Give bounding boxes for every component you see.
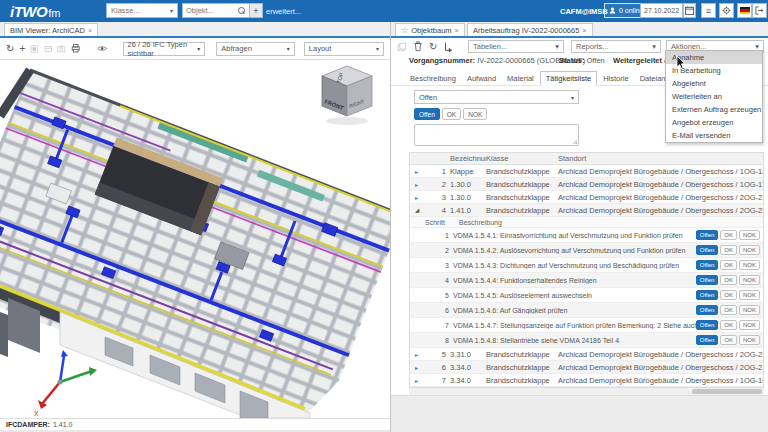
- step-3-ok-button[interactable]: OK: [720, 260, 737, 270]
- add-objekt-button[interactable]: +: [250, 3, 263, 18]
- close-icon[interactable]: ×: [455, 26, 459, 35]
- step-8-offen-button[interactable]: Offen: [696, 335, 719, 345]
- step-6-ok-button[interactable]: OK: [720, 305, 737, 315]
- delete-icon[interactable]: [413, 41, 423, 52]
- step-5-nok-button[interactable]: NOK: [739, 290, 760, 300]
- refresh-icon[interactable]: ↻: [429, 42, 437, 52]
- copy-icon[interactable]: [397, 42, 407, 52]
- reports-dropdown[interactable]: Reports...▾: [571, 40, 661, 53]
- table-row[interactable]: ◢41.41.0BrandschutzklappeArchicad Demopr…: [410, 204, 763, 217]
- main-menu-button[interactable]: ≡: [701, 3, 716, 18]
- settings-button[interactable]: [719, 3, 734, 18]
- step-8-nok-button[interactable]: NOK: [739, 335, 760, 345]
- add-icon[interactable]: +: [19, 44, 25, 54]
- step-2-ok-button[interactable]: OK: [720, 245, 737, 255]
- fit-view-icon[interactable]: [44, 44, 53, 54]
- table-row[interactable]: ▸1KlappeBrandschutzklappeArchicad Demopr…: [410, 165, 763, 178]
- detail-tab-historie[interactable]: Historie: [598, 72, 633, 85]
- state-offen-button[interactable]: Offen: [414, 108, 440, 120]
- table-horizontal-scrollbar[interactable]: [409, 388, 764, 395]
- step-6-offen-button[interactable]: Offen: [696, 305, 719, 315]
- step-4-offen-button[interactable]: Offen: [696, 275, 719, 285]
- snapshot-icon[interactable]: [57, 44, 66, 54]
- tab-arbeitsauftrag[interactable]: Arbeitsauftrag IV-2022-0000665 ×: [467, 23, 593, 36]
- klasse-dropdown[interactable]: Klasse... ▾: [106, 3, 178, 18]
- expand-arrow-icon[interactable]: ▸: [410, 194, 426, 201]
- step-2-nok-button[interactable]: NOK: [739, 245, 760, 255]
- tabellen-dropdown[interactable]: Tabellen...▾: [468, 40, 564, 53]
- layout-dropdown[interactable]: Layout▾: [304, 42, 384, 56]
- step-1-nok-button[interactable]: NOK: [739, 230, 760, 240]
- navigation-cube[interactable]: TOP FRONT RIGHT: [322, 66, 372, 125]
- detail-tab-beschreibung[interactable]: Beschreibung: [405, 72, 461, 85]
- tab-objektbaum[interactable]: ☆ Objektbaum ×: [395, 23, 465, 36]
- close-icon[interactable]: ×: [582, 26, 586, 35]
- tab-bim-viewer[interactable]: BIM Viewer: ArchiCAD ×: [4, 23, 98, 36]
- refresh-icon[interactable]: ↻: [6, 44, 14, 54]
- expand-arrow-icon[interactable]: ▸: [410, 168, 426, 175]
- step-5-ok-button[interactable]: OK: [720, 290, 737, 300]
- step-1-offen-button[interactable]: Offen: [696, 230, 719, 240]
- state-nok-button[interactable]: NOK: [463, 108, 487, 120]
- table-row[interactable]: ▸21.30.0BrandschutzklappeArchicad Demopr…: [410, 178, 763, 191]
- step-7-offen-button[interactable]: Offen: [696, 320, 719, 330]
- step-7-ok-button[interactable]: OK: [720, 320, 737, 330]
- workflow-icon[interactable]: [443, 42, 453, 52]
- step-row[interactable]: 1VDMA 1.5.4.1: Einrastvorrichtung auf Ve…: [410, 228, 763, 243]
- menu-item-weiterleiten-an[interactable]: Weiterleiten an: [666, 90, 762, 103]
- axis-gizmo: X: [34, 350, 97, 417]
- model-icon[interactable]: [30, 44, 39, 54]
- step-3-offen-button[interactable]: Offen: [696, 260, 719, 270]
- calendar-button[interactable]: [683, 3, 696, 18]
- step-row[interactable]: 8VDMA 1.5.4.8: Stellantriebe siehe VDMA …: [410, 333, 763, 348]
- bim-3d-viewport[interactable]: TOP FRONT RIGHT X: [0, 60, 390, 418]
- print-icon[interactable]: [71, 43, 80, 54]
- step-1-ok-button[interactable]: OK: [720, 230, 737, 240]
- ifc-types-dropdown[interactable]: 26 / 26 IFC Typen sichtbar▾: [123, 42, 206, 56]
- expand-arrow-icon[interactable]: ▸: [410, 377, 426, 384]
- selected-element-label: IFCDAMPER:: [6, 421, 50, 428]
- abfragen-dropdown[interactable]: Abfragen▾: [216, 42, 294, 56]
- table-row[interactable]: ▸53.31.0BrandschutzklappeArchicad Demopr…: [410, 348, 763, 361]
- expand-arrow-icon[interactable]: ▸: [410, 351, 426, 358]
- status-filter-dropdown[interactable]: Offen▾: [414, 90, 579, 104]
- expand-arrow-icon[interactable]: ▸: [410, 364, 426, 371]
- step-5-offen-button[interactable]: Offen: [696, 290, 719, 300]
- step-row[interactable]: 2VDMA 1.5.4.2: Auslösevorrichtung auf Ve…: [410, 243, 763, 258]
- table-row[interactable]: ▸73.34.0BrandschutzklappeArchicad Demopr…: [410, 374, 763, 387]
- step-row[interactable]: 3VDMA 1.5.4.3: Dichtungen auf Verschmutz…: [410, 258, 763, 273]
- menu-item-e-mail-versenden[interactable]: E-Mail versenden: [666, 129, 762, 142]
- step-4-nok-button[interactable]: NOK: [739, 275, 760, 285]
- menu-item-abgelehnt[interactable]: Abgelehnt: [666, 77, 762, 90]
- step-4-ok-button[interactable]: OK: [720, 275, 737, 285]
- itwo-fm-logo: iTWO fm: [10, 3, 60, 20]
- close-icon[interactable]: ×: [88, 26, 92, 35]
- step-8-ok-button[interactable]: OK: [720, 335, 737, 345]
- menu-item-angebot-erzeugen[interactable]: Angebot erzeugen: [666, 116, 762, 129]
- step-row[interactable]: 4VDMA 1.5.4.4: Funktionserhaltendes Rein…: [410, 273, 763, 288]
- step-row[interactable]: 5VDMA 1.5.4.5: Auslöseelement auswechsel…: [410, 288, 763, 303]
- table-row[interactable]: ▸63.34.0BrandschutzklappeArchicad Demopr…: [410, 361, 763, 374]
- objekt-search-input[interactable]: Objekt...: [182, 3, 250, 18]
- step-2-offen-button[interactable]: Offen: [696, 245, 719, 255]
- detail-tab-material[interactable]: Material: [502, 72, 539, 85]
- date-field[interactable]: 27.10.2022: [640, 3, 683, 18]
- step-row[interactable]: 6VDMA 1.5.4.6: Auf Gängigkeit prüfenOffe…: [410, 303, 763, 318]
- language-button[interactable]: [737, 3, 752, 18]
- logout-button[interactable]: [752, 3, 767, 18]
- step-6-nok-button[interactable]: NOK: [739, 305, 760, 315]
- comment-textarea[interactable]: [414, 124, 579, 146]
- table-row[interactable]: ▸31.30.0BrandschutzklappeArchicad Demopr…: [410, 191, 763, 204]
- detail-tab-t-tigkeitsliste[interactable]: Tätigkeitsliste: [540, 71, 597, 86]
- visibility-eye-icon[interactable]: [97, 44, 107, 53]
- step-row[interactable]: 7VDMA 1.5.4.7: Stellungsanzeige auf Funk…: [410, 318, 763, 333]
- menu-item-externen-auftrag-erzeugen[interactable]: Externen Auftrag erzeugen: [666, 103, 762, 116]
- expand-arrow-icon[interactable]: ▸: [410, 181, 426, 188]
- step-7-nok-button[interactable]: NOK: [739, 320, 760, 330]
- state-ok-button[interactable]: OK: [442, 108, 461, 120]
- scrollbar-thumb[interactable]: [692, 389, 762, 394]
- step-3-nok-button[interactable]: NOK: [739, 260, 760, 270]
- collapse-arrow-icon[interactable]: ◢: [410, 207, 426, 213]
- detail-tab-aufwand[interactable]: Aufwand: [462, 72, 501, 85]
- erweitert-link[interactable]: erweitert...: [266, 7, 301, 16]
